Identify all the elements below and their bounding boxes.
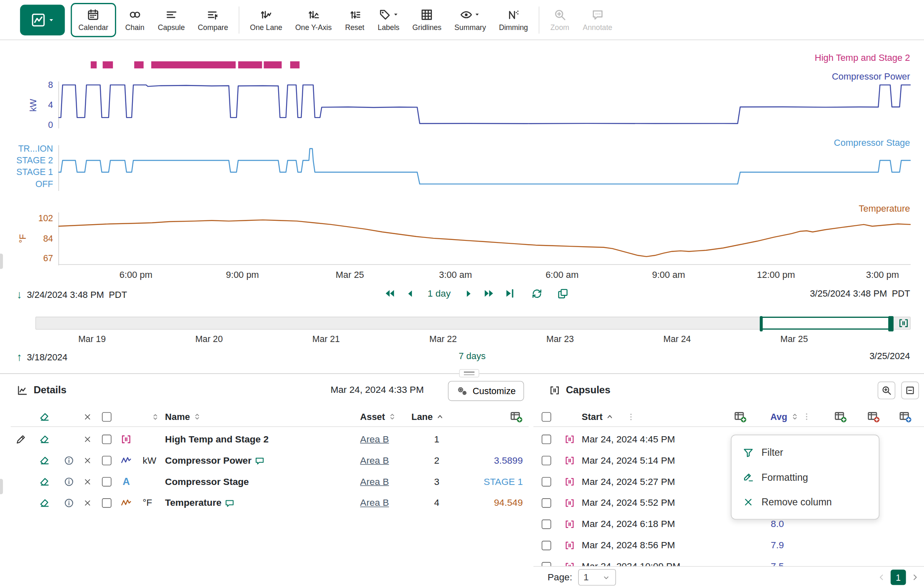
remove-item-icon[interactable] [83,456,92,465]
step-back-half-button[interactable] [404,287,416,299]
item-checkbox[interactable] [102,498,112,508]
item-checkbox[interactable] [102,456,112,465]
step-to-end-button[interactable] [503,287,516,300]
send-to-bottom-icon[interactable]: ↓ [17,288,22,301]
item-asset-link[interactable]: Area B [360,455,389,466]
overview-selection[interactable] [761,317,892,330]
item-asset-link[interactable]: Area B [360,498,389,508]
deselect-item-icon[interactable] [39,497,50,509]
select-all-capsules-checkbox[interactable] [542,412,551,422]
menu-item-remove-column[interactable]: Remove column [732,490,879,514]
toolbar-one-y-axis[interactable]: One Y-Axis [289,2,339,38]
toolbar-chain[interactable]: Chain [118,2,151,38]
overview-timeline-track[interactable] [35,317,911,330]
page-select[interactable]: 1 [578,569,616,586]
capsule-checkbox[interactable] [542,456,551,465]
item-asset-link[interactable]: Area B [360,434,389,445]
column-header-name[interactable]: Name [165,411,202,422]
selection-left-handle[interactable] [760,316,762,332]
lane-power[interactable] [58,81,911,128]
send-to-top-icon[interactable]: ↑ [17,351,22,364]
menu-item-formatting[interactable]: Formatting [732,465,879,489]
display-range-end[interactable]: 3/25/2024 3:48 PM PDT [810,288,910,299]
step-back-full-button[interactable] [384,287,396,300]
capsule-checkbox[interactable] [542,435,551,444]
remove-all-icon[interactable] [83,412,92,421]
trend-chart[interactable]: 840TR...IONSTAGE 2STAGE 1OFF1028467kW°F … [0,40,924,373]
item-info-icon[interactable] [64,498,74,508]
display-range-start[interactable]: ↓ 3/24/2024 3:48 PM PDT [17,288,127,301]
range-duration[interactable]: 1 day [428,288,451,298]
deselect-all-icon[interactable] [39,411,50,422]
lane-capsules[interactable] [58,61,911,69]
item-name[interactable]: High Temp and Stage 2 [165,434,269,445]
toolbar-zoom[interactable]: Zoom [543,2,576,38]
capsule-checkbox[interactable] [542,541,551,550]
item-name[interactable]: Compressor Power [165,455,264,466]
add-column-button-3[interactable] [899,410,912,423]
auto-update-button[interactable] [531,287,543,299]
horizontal-splitter-handle[interactable] [459,369,479,377]
selection-right-handle[interactable] [889,316,894,332]
lane-temp[interactable] [58,212,911,265]
series-label[interactable]: Compressor Stage [834,137,910,148]
toolbar-one-lane[interactable]: One Lane [244,2,289,38]
copy-range-button[interactable] [557,287,568,299]
column-grip-icon[interactable] [627,412,635,421]
sort-color-icon[interactable] [151,412,159,421]
toolbar-annotate[interactable]: Annotate [576,2,619,38]
column-header-start[interactable]: Start [582,411,614,422]
deselect-item-icon[interactable] [39,434,50,445]
series-label[interactable]: High Temp and Stage 2 [815,52,910,63]
next-page-button[interactable] [910,572,920,582]
capsule-time-icon[interactable] [898,317,909,329]
remove-item-icon[interactable] [83,435,92,444]
investigate-duration[interactable]: 7 days [458,351,486,361]
item-name[interactable]: Temperature [165,498,234,508]
select-all-checkbox[interactable] [102,412,112,422]
item-checkbox[interactable] [102,435,112,444]
item-info-icon[interactable] [64,477,74,487]
edit-item-icon[interactable] [15,434,27,445]
item-name[interactable]: Compressor Stage [165,477,249,487]
toolbar-dimming[interactable]: Dimming [493,2,535,38]
add-column-button[interactable] [510,410,523,423]
column-header-lane[interactable]: Lane [411,411,445,422]
current-page[interactable]: 1 [891,570,906,585]
toolbar-trend-selector[interactable] [20,5,65,35]
capsule-checkbox[interactable] [542,520,551,529]
capsule-checkbox[interactable] [542,477,551,487]
left-edge-handle[interactable] [0,254,3,269]
deselect-item-icon[interactable] [39,476,50,487]
toolbar-summary[interactable]: Summary [448,2,493,38]
series-label[interactable]: Temperature [859,203,910,214]
remove-item-icon[interactable] [83,499,92,507]
step-forward-half-button[interactable] [463,287,474,299]
add-column-button-1[interactable] [834,410,847,423]
toolbar-compare[interactable]: Compare [191,2,234,38]
toolbar-calendar[interactable]: Calendar [71,2,116,37]
item-info-icon[interactable] [64,455,74,466]
menu-item-filter[interactable]: Filter [732,440,879,465]
customize-button[interactable]: Customize [448,381,524,401]
item-asset-link[interactable]: Area B [360,477,389,487]
capsules-collapse-button[interactable] [901,382,919,399]
remove-item-icon[interactable] [83,477,92,486]
toolbar-reset[interactable]: Reset [338,2,371,38]
investigate-range-start[interactable]: ↑ 3/18/2024 [17,351,67,364]
lane-stage[interactable] [58,145,911,191]
series-label[interactable]: Compressor Power [832,71,910,82]
capsules-zoom-button[interactable] [878,382,895,399]
item-checkbox[interactable] [102,477,112,487]
column-header-asset[interactable]: Asset [360,411,397,422]
prev-page-button[interactable] [877,572,887,582]
toolbar-gridlines[interactable]: Gridlines [406,2,448,38]
capsule-checkbox[interactable] [542,498,551,508]
add-column-button-2[interactable] [867,410,880,423]
toolbar-capsule[interactable]: Capsule [151,2,191,38]
step-forward-full-button[interactable] [483,287,495,300]
column-header-avg[interactable]: Avg [770,411,811,422]
toolbar-labels[interactable]: Labels [371,2,406,38]
deselect-item-icon[interactable] [39,455,50,466]
add-stat-column-button[interactable] [734,410,747,423]
